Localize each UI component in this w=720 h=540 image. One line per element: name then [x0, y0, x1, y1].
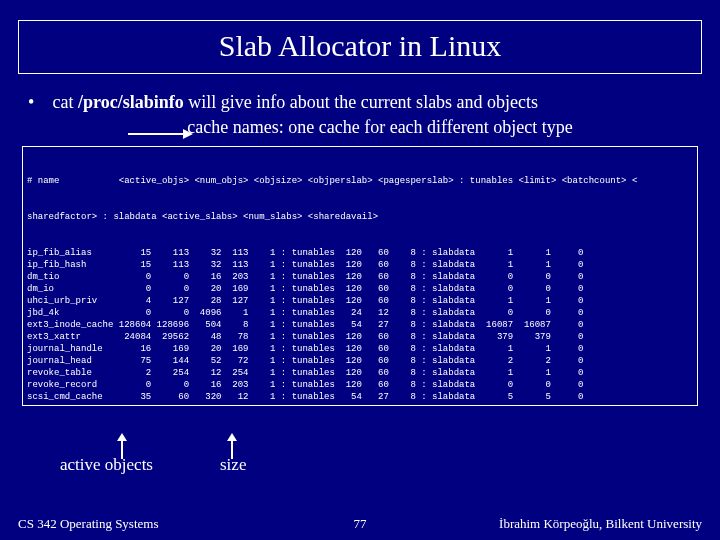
- subline-text: cache names: one cache for each differen…: [187, 117, 572, 137]
- slide-title: Slab Allocator in Linux: [29, 29, 691, 63]
- svg-marker-5: [227, 433, 237, 441]
- annotation-active-objects: active objects: [60, 455, 153, 475]
- footer-left: CS 342 Operating Systems: [18, 516, 158, 532]
- arrow-right-icon: [128, 127, 193, 129]
- bullet-text-pre: cat: [53, 92, 78, 112]
- bullet-line: • cat /proc/slabinfo will give info abou…: [28, 92, 692, 113]
- slabinfo-output: # name <active_objs> <num_objs> <objsize…: [22, 146, 698, 406]
- header-line-1: # name <active_objs> <num_objs> <objsize…: [27, 175, 693, 187]
- bullet-command: /proc/slabinfo: [78, 92, 184, 112]
- header-line-2: sharedfactor> : slabdata <active_slabs> …: [27, 211, 693, 223]
- svg-marker-3: [117, 433, 127, 441]
- footer: CS 342 Operating Systems 77 İbrahim Körp…: [18, 516, 702, 532]
- svg-marker-1: [183, 129, 193, 139]
- subline: cache names: one cache for each differen…: [58, 117, 702, 138]
- title-box: Slab Allocator in Linux: [18, 20, 702, 74]
- footer-right: İbrahim Körpeoğlu, Bilkent University: [499, 516, 702, 532]
- bullet-text-post: will give info about the current slabs a…: [184, 92, 538, 112]
- bullet-marker: •: [28, 92, 48, 113]
- data-rows: ip_fib_alias 15 113 32 113 1 : tunables …: [27, 247, 693, 406]
- page-number: 77: [354, 516, 367, 532]
- annotation-size: size: [220, 455, 246, 475]
